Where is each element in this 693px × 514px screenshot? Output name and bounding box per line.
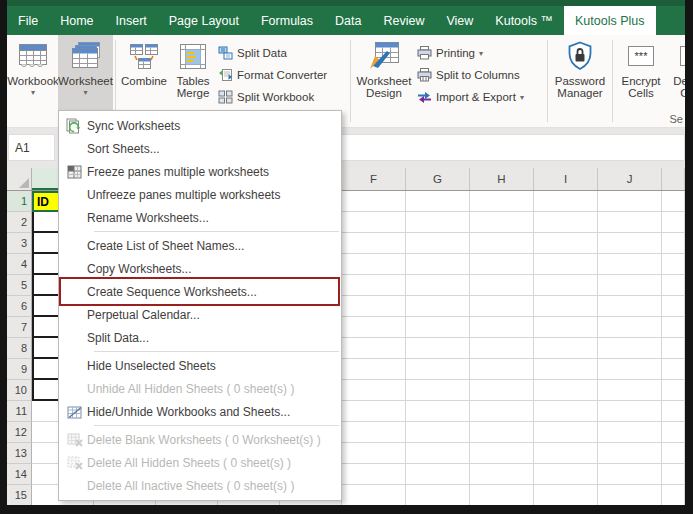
cell-h8[interactable] [470,338,534,359]
cell-j13[interactable] [598,443,662,464]
cell-i6[interactable] [534,296,598,317]
cell-i15[interactable] [534,485,598,505]
menu-item-split-data[interactable]: Split Data... [59,326,341,349]
button-split-workbook[interactable]: Split Workbook [216,86,348,108]
cell-g9[interactable] [406,359,470,380]
cell-i11[interactable] [534,401,598,422]
cell-h2[interactable] [470,212,534,233]
cell-g15[interactable] [406,485,470,505]
cell-k3[interactable] [662,233,685,254]
column-header-i[interactable]: I [534,168,598,190]
cell-k5[interactable] [662,275,685,296]
tab-formulas[interactable]: Formulas [250,6,324,35]
menu-item-unhide-all-hidden-sheets-0-sheet-s[interactable]: Unhide All Hidden Sheets ( 0 sheet(s) ) [59,377,341,400]
tab-file[interactable]: File [7,6,49,35]
column-header-f[interactable]: F [342,168,406,190]
cell-j6[interactable] [598,296,662,317]
cell-f11[interactable] [342,401,406,422]
cell-j15[interactable] [598,485,662,505]
cell-i3[interactable] [534,233,598,254]
menu-item-delete-all-inactive-sheets-0-sheet-s[interactable]: Delete All Inactive Sheets ( 0 sheet(s) … [59,474,341,497]
cell-h7[interactable] [470,317,534,338]
menu-item-perpetual-calendar[interactable]: Perpetual Calendar... [59,303,341,326]
cell-j2[interactable] [598,212,662,233]
cell-f4[interactable] [342,254,406,275]
workbook-button[interactable]: Workbook ▾ [8,35,58,127]
menu-item-rename-worksheets[interactable]: Rename Worksheets... [59,206,341,229]
cell-i5[interactable] [534,275,598,296]
tab-kutools[interactable]: Kutools ™ [484,6,564,35]
cell-g1[interactable] [406,191,470,212]
cell-k7[interactable] [662,317,685,338]
cell-k2[interactable] [662,212,685,233]
cell-i10[interactable] [534,380,598,401]
row-header-5[interactable]: 5 [7,275,32,296]
menu-item-delete-all-hidden-sheets-0-sheet-s[interactable]: Delete All Hidden Sheets ( 0 sheet(s) ) [59,451,341,474]
tab-home[interactable]: Home [49,6,104,35]
cell-j4[interactable] [598,254,662,275]
encrypt-cells-button[interactable]: *** Encrypt Cells [615,35,667,127]
cell-g10[interactable] [406,380,470,401]
tab-review[interactable]: Review [372,6,435,35]
cell-h3[interactable] [470,233,534,254]
cell-h4[interactable] [470,254,534,275]
cell-f12[interactable] [342,422,406,443]
cell-h12[interactable] [470,422,534,443]
password-manager-button[interactable]: Password Manager [550,35,610,127]
button-split-data[interactable]: Split Data [216,42,348,64]
cell-f3[interactable] [342,233,406,254]
cell-f2[interactable] [342,212,406,233]
menu-item-freeze-panes-multiple-worksheets[interactable]: Freeze panes multiple worksheets [59,160,341,183]
cell-k6[interactable] [662,296,685,317]
cell-k8[interactable] [662,338,685,359]
cell-k12[interactable] [662,422,685,443]
cell-i7[interactable] [534,317,598,338]
cell-j3[interactable] [598,233,662,254]
cell-i13[interactable] [534,443,598,464]
cell-g4[interactable] [406,254,470,275]
cell-g3[interactable] [406,233,470,254]
cell-j14[interactable] [598,464,662,485]
row-header-6[interactable]: 6 [7,296,32,317]
cell-k15[interactable] [662,485,685,505]
cell-k1[interactable] [662,191,685,212]
cell-h13[interactable] [470,443,534,464]
cell-j1[interactable] [598,191,662,212]
tab-insert[interactable]: Insert [105,6,158,35]
cell-g2[interactable] [406,212,470,233]
column-header-j[interactable]: J [598,168,662,190]
row-header-14[interactable]: 14 [7,464,32,485]
menu-item-hide-unhide-workbooks-and-sheets[interactable]: Hide/Unhide Workbooks and Sheets... [59,400,341,423]
tab-kutools-plus[interactable]: Kutools Plus [564,6,655,35]
cell-g7[interactable] [406,317,470,338]
cell-h1[interactable] [470,191,534,212]
cell-f10[interactable] [342,380,406,401]
cell-h5[interactable] [470,275,534,296]
menu-item-create-list-of-sheet-names[interactable]: Create List of Sheet Names... [59,234,341,257]
menu-item-sort-sheets[interactable]: Sort Sheets... [59,137,341,160]
cell-k14[interactable] [662,464,685,485]
menu-item-copy-worksheets[interactable]: Copy Worksheets... [59,257,341,280]
cell-f5[interactable] [342,275,406,296]
cell-i9[interactable] [534,359,598,380]
button-import-export[interactable]: Import & Export▾ [415,86,545,108]
cell-k4[interactable] [662,254,685,275]
cell-f9[interactable] [342,359,406,380]
cell-f13[interactable] [342,443,406,464]
menu-item-create-sequence-worksheets[interactable]: Create Sequence Worksheets... [59,280,341,303]
row-header-15[interactable]: 15 [7,485,32,505]
row-header-8[interactable]: 8 [7,338,32,359]
cell-f15[interactable] [342,485,406,505]
row-header-9[interactable]: 9 [7,359,32,380]
cell-i14[interactable] [534,464,598,485]
cell-k13[interactable] [662,443,685,464]
cell-f6[interactable] [342,296,406,317]
cell-g13[interactable] [406,443,470,464]
cell-i8[interactable] [534,338,598,359]
cell-j11[interactable] [598,401,662,422]
select-all-corner[interactable] [7,168,32,190]
row-header-4[interactable]: 4 [7,254,32,275]
row-header-1[interactable]: 1 [7,191,32,212]
cell-k10[interactable] [662,380,685,401]
cell-g11[interactable] [406,401,470,422]
